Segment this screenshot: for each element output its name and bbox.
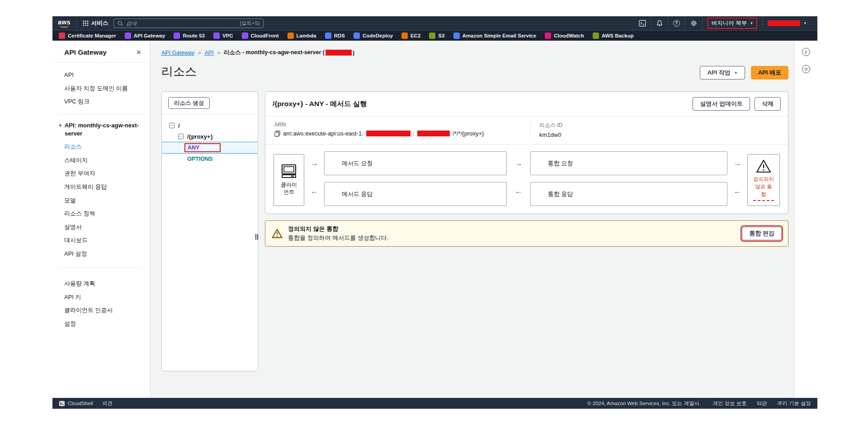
method-request-box[interactable]: 메서드 요청 <box>324 151 507 175</box>
chevron-down-icon: ▼ <box>58 121 62 139</box>
sidebar-item[interactable]: API 키 <box>52 290 150 304</box>
undefined-integration-node[interactable]: 정의되지 않은 통합 <box>747 154 780 206</box>
favorite-service-shortcut[interactable]: VPC <box>213 33 233 39</box>
method-execution-panel: /{proxy+} - ANY - 메서드 실행 설명서 업데이트 삭제 <box>265 91 788 214</box>
help-button[interactable]: ? <box>668 16 685 30</box>
search-input[interactable] <box>126 20 237 27</box>
footer-links: 개인 정보 보호약관쿠키 기본 설정 <box>712 400 811 407</box>
favorite-service-shortcut[interactable]: Route 53 <box>174 33 205 39</box>
copy-icon[interactable] <box>274 131 280 137</box>
favorite-service-shortcut[interactable]: S3 <box>429 33 444 39</box>
main-content: API Gateway>API> 리소스 - monthly-cs-agw-ne… <box>151 41 794 398</box>
nav-divider <box>77 20 77 27</box>
services-grid-icon <box>83 20 89 26</box>
create-resource-label: 리소스 생성 <box>174 99 204 107</box>
footer-link[interactable]: 개인 정보 보호 <box>712 400 746 407</box>
tree-node-label: / <box>178 122 180 129</box>
banner-title: 정의되지 않은 통합 <box>288 225 388 233</box>
update-documentation-button[interactable]: 설명서 업데이트 <box>693 97 750 111</box>
collapse-icon[interactable]: − <box>178 134 184 139</box>
service-icon <box>453 33 460 39</box>
sidebar-item[interactable]: API <box>52 68 150 82</box>
delete-button[interactable]: 삭제 <box>755 97 781 111</box>
page-title-row: 리소스 API 작업 ▼ API 배포 <box>161 64 788 79</box>
tree-row[interactable]: OPTIONS <box>162 154 258 164</box>
breadcrumb-link[interactable]: API Gateway <box>161 50 194 56</box>
footer-cloudshell-button[interactable]: CloudShell <box>59 401 93 406</box>
arrow-right-icon: → <box>514 159 523 168</box>
sidebar-api-section[interactable]: ▼ API: monthly-cs-agw-next-server <box>52 118 150 140</box>
sidebar-api-item[interactable]: 모델 <box>52 194 150 207</box>
service-icon <box>354 33 360 39</box>
create-resource-button[interactable]: 리소스 생성 <box>168 97 210 109</box>
favorite-service-shortcut[interactable]: API Gateway <box>125 33 165 39</box>
favorite-service-shortcut[interactable]: CloudFront <box>242 33 279 39</box>
footer-bar: CloudShell 의견 © 2024, Amazon Web Service… <box>52 398 817 409</box>
tree-row[interactable]: −/{proxy+} <box>162 131 258 142</box>
favorite-service-label: Route 53 <box>183 33 205 38</box>
integration-response-box[interactable]: 통합 응답 <box>530 182 727 206</box>
sidebar-api-item[interactable]: 권한 부여자 <box>52 167 150 180</box>
favorite-service-shortcut[interactable]: Certificate Manager <box>59 33 116 39</box>
sidebar-api-item[interactable]: 리소스 정책 <box>52 207 150 220</box>
services-menu-button[interactable]: 서비스 <box>82 19 112 27</box>
method-response-box[interactable]: 메서드 응답 <box>324 182 507 206</box>
panel-resize-handle[interactable] <box>255 234 258 240</box>
cloudshell-button[interactable] <box>634 16 651 30</box>
notifications-button[interactable] <box>651 16 668 30</box>
info-icon[interactable]: i <box>802 48 810 56</box>
settings-button[interactable] <box>685 16 702 30</box>
favorite-service-shortcut[interactable]: Lambda <box>288 33 316 39</box>
integration-request-box[interactable]: 통합 요청 <box>530 151 727 175</box>
footer-link[interactable]: 약관 <box>757 400 767 407</box>
footer-feedback-link[interactable]: 의견 <box>102 400 113 407</box>
favorite-service-shortcut[interactable]: CodeDeploy <box>354 33 393 39</box>
region-selector[interactable]: 버지니아 북부 ▼ <box>702 16 762 30</box>
sidebar-api-item[interactable]: 대시보드 <box>52 234 150 247</box>
arrow-right-icon: → <box>733 159 741 168</box>
aws-logo[interactable]: aws <box>58 19 71 28</box>
favorite-service-shortcut[interactable]: RDS <box>325 33 345 39</box>
sidebar-api-item[interactable]: API 설정 <box>52 247 150 261</box>
close-icon[interactable]: × <box>136 49 141 56</box>
sidebar-api-item[interactable]: 설명서 <box>52 220 150 234</box>
panel-toggle-icon[interactable] <box>802 65 810 73</box>
global-search[interactable]: [알트+S] <box>113 19 264 28</box>
edit-integration-button[interactable]: 통합 편집 <box>742 227 782 240</box>
collapse-icon[interactable]: − <box>169 123 175 128</box>
sidebar-title: API Gateway <box>64 48 107 56</box>
favorite-service-shortcut[interactable]: Amazon Simple Email Service <box>453 33 537 39</box>
favorite-service-shortcut[interactable]: EC2 <box>401 33 420 39</box>
gear-icon <box>690 20 697 27</box>
sidebar-divider <box>59 114 142 114</box>
account-menu[interactable]: ▼ <box>762 16 812 30</box>
nav-right-cluster: ? 버지니아 북부 ▼ ▼ <box>634 16 812 30</box>
sidebar-item[interactable]: 클라이언트 인증서 <box>52 304 150 317</box>
sidebar-api-item[interactable]: 게이트웨이 응답 <box>52 180 150 194</box>
api-actions-label: API 작업 <box>707 69 730 77</box>
deploy-api-button[interactable]: API 배포 <box>751 66 788 79</box>
client-node[interactable]: 클라이언트 <box>274 154 304 206</box>
api-actions-button[interactable]: API 작업 ▼ <box>700 66 745 79</box>
favorite-service-shortcut[interactable]: AWS Backup <box>593 33 634 39</box>
sidebar-api-item[interactable]: 리소스 <box>52 140 150 154</box>
favorite-service-label: VPC <box>222 33 233 38</box>
breadcrumb-link[interactable]: API <box>204 50 213 56</box>
favorite-service-shortcut[interactable]: CloudWatch <box>545 33 584 39</box>
tree-row[interactable]: −/ <box>162 120 258 131</box>
search-icon <box>118 21 123 26</box>
sidebar-item[interactable]: 사용자 지정 도메인 이름 <box>52 82 150 95</box>
sidebar-api-group: 리소스스테이지권한 부여자게이트웨이 응답모델리소스 정책설명서대시보드API … <box>52 140 150 260</box>
breadcrumb-current-suffix: ) <box>353 50 354 56</box>
sidebar-item[interactable]: 사용량 계획 <box>52 277 150 290</box>
sidebar-item[interactable]: VPC 링크 <box>52 95 150 108</box>
tree-row[interactable]: ANY <box>162 142 258 154</box>
breadcrumb-current-prefix: 리소스 - monthly-cs-agw-next-server ( <box>224 49 325 56</box>
sidebar-item[interactable]: 설정 <box>52 317 150 331</box>
method-response-label: 메서드 응답 <box>342 190 373 198</box>
arrow-right-icon: → <box>310 159 318 168</box>
sidebar-api-item[interactable]: 스테이지 <box>52 154 150 167</box>
client-label: 클라이언트 <box>279 182 298 196</box>
footer-link[interactable]: 쿠키 기본 설정 <box>777 400 811 407</box>
sidebar: API Gateway × API사용자 지정 도메인 이름VPC 링크 ▼ A… <box>52 41 151 398</box>
